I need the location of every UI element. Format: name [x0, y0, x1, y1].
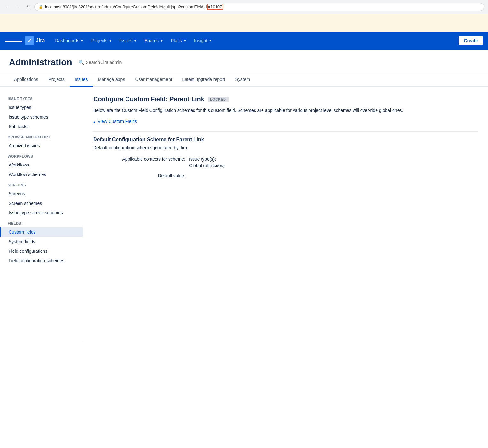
nav-issues-label: Issues: [119, 38, 132, 43]
sidebar-section-issue-types: Issue Types: [0, 93, 83, 103]
jira-logo[interactable]: ✓ Jira: [25, 36, 45, 45]
sidebar-item-screens[interactable]: Screens: [0, 189, 83, 198]
nav-boards[interactable]: Boards ▼: [141, 32, 167, 50]
global-value-row: Global (all issues): [93, 163, 478, 168]
nav-plans[interactable]: Plans ▼: [167, 32, 190, 50]
sidebar: Issue Types Issue types Issue type schem…: [0, 87, 83, 342]
bullet-dot: •: [93, 119, 95, 126]
grid-icon[interactable]: ▬▬▬: [5, 37, 22, 44]
create-button[interactable]: Create: [459, 36, 483, 45]
applicable-contexts-row: Applicable contexts for scheme: Issue ty…: [93, 157, 478, 162]
promo-banner: [0, 14, 488, 32]
default-value-label: Default value:: [93, 173, 189, 178]
jira-navbar: ▬▬▬ ✓ Jira Dashboards ▼ Projects ▼ Issue…: [0, 32, 488, 50]
url-highlight: =10107: [207, 4, 224, 10]
nav-projects-label: Projects: [91, 38, 108, 43]
tab-nav: Applications Projects Issues Manage apps…: [0, 73, 488, 87]
sidebar-item-field-configuration-schemes[interactable]: Field configuration schemes: [0, 256, 83, 266]
locked-badge: LOCKED: [208, 97, 229, 102]
sidebar-item-workflows[interactable]: Workflows: [0, 160, 83, 170]
sidebar-item-field-configurations[interactable]: Field configurations: [0, 246, 83, 256]
main-layout: Issue Types Issue types Issue type schem…: [0, 87, 488, 342]
lock-icon: 🔒: [39, 5, 43, 9]
tab-projects[interactable]: Projects: [43, 73, 70, 87]
admin-header: Administration 🔍 Search Jira admin: [0, 50, 488, 73]
tab-latest-upgrade-report[interactable]: Latest upgrade report: [177, 73, 230, 87]
tab-applications[interactable]: Applications: [9, 73, 43, 87]
tab-user-management[interactable]: User management: [130, 73, 177, 87]
nav-dashboards[interactable]: Dashboards ▼: [51, 32, 87, 50]
chevron-down-icon: ▼: [80, 39, 84, 42]
nav-insight[interactable]: Insight ▼: [190, 32, 216, 50]
section-divider: [93, 131, 478, 132]
sidebar-item-custom-fields[interactable]: Custom fields: [0, 227, 83, 237]
tab-system[interactable]: System: [230, 73, 255, 87]
issue-types-label: Issue type(s):: [189, 157, 216, 162]
url-text: localhost:8081/jira8201/secure/admin/Con…: [45, 4, 480, 9]
scheme-desc: Default configuration scheme generated b…: [93, 145, 478, 150]
chevron-down-icon: ▼: [209, 39, 212, 42]
nav-dashboards-label: Dashboards: [55, 38, 79, 43]
applicable-contexts-label: Applicable contexts for scheme:: [93, 157, 189, 162]
sidebar-item-sub-tasks[interactable]: Sub-tasks: [0, 122, 83, 131]
sidebar-section-workflows: Workflows: [0, 151, 83, 160]
chevron-down-icon: ▼: [183, 39, 187, 42]
sidebar-item-issue-type-screen-schemes[interactable]: Issue type screen schemes: [0, 208, 83, 218]
view-link-item: • View Custom Fields: [93, 119, 478, 126]
nav-insight-label: Insight: [194, 38, 207, 43]
main-content: Configure Custom Field: Parent Link LOCK…: [83, 87, 488, 342]
sidebar-item-system-fields[interactable]: System fields: [0, 237, 83, 246]
url-prefix: localhost:8081/jira8201/secure/admin/Con…: [45, 4, 207, 9]
address-bar[interactable]: 🔒 localhost:8081/jira8201/secure/admin/C…: [34, 3, 484, 11]
global-value: Global (all issues): [189, 163, 225, 168]
admin-search-label: Search Jira admin: [86, 60, 122, 65]
description-text: Below are the Custom Field Configuration…: [93, 107, 478, 114]
jira-logo-text: Jira: [36, 38, 45, 43]
page-title-container: Configure Custom Field: Parent Link LOCK…: [93, 96, 478, 103]
tab-issues[interactable]: Issues: [70, 73, 93, 87]
sidebar-section-browse-export: Browse and Export: [0, 131, 83, 141]
default-value-row: Default value:: [93, 173, 478, 178]
nav-projects[interactable]: Projects ▼: [88, 32, 116, 50]
sidebar-item-workflow-schemes[interactable]: Workflow schemes: [0, 170, 83, 179]
forward-button[interactable]: →: [14, 3, 22, 11]
scheme-title: Default Configuration Scheme for Parent …: [93, 137, 478, 143]
chevron-down-icon: ▼: [109, 39, 112, 42]
nav-issues[interactable]: Issues ▼: [116, 32, 141, 50]
sidebar-item-issue-type-schemes[interactable]: Issue type schemes: [0, 112, 83, 122]
refresh-button[interactable]: ↻: [24, 3, 32, 11]
sidebar-section-screens: Screens: [0, 179, 83, 189]
sidebar-item-archived-issues[interactable]: Archived issues: [0, 141, 83, 151]
chevron-down-icon: ▼: [160, 39, 163, 42]
scheme-table: Applicable contexts for scheme: Issue ty…: [93, 157, 478, 178]
browser-bar: ← → ↻ 🔒 localhost:8081/jira8201/secure/a…: [0, 0, 488, 14]
admin-search[interactable]: 🔍 Search Jira admin: [79, 60, 122, 65]
sidebar-section-fields: Fields: [0, 218, 83, 227]
nav-boards-label: Boards: [145, 38, 159, 43]
chevron-down-icon: ▼: [134, 39, 137, 42]
view-custom-fields-link[interactable]: View Custom Fields: [98, 119, 137, 124]
nav-plans-label: Plans: [171, 38, 182, 43]
back-button[interactable]: ←: [4, 3, 11, 11]
sidebar-item-screen-schemes[interactable]: Screen schemes: [0, 198, 83, 208]
sidebar-item-issue-types[interactable]: Issue types: [0, 103, 83, 112]
page-title-text: Configure Custom Field: Parent Link: [93, 96, 204, 103]
admin-title: Administration: [9, 57, 72, 67]
tab-manage-apps[interactable]: Manage apps: [93, 73, 130, 87]
search-icon: 🔍: [79, 60, 84, 65]
jira-logo-icon: ✓: [25, 36, 34, 45]
